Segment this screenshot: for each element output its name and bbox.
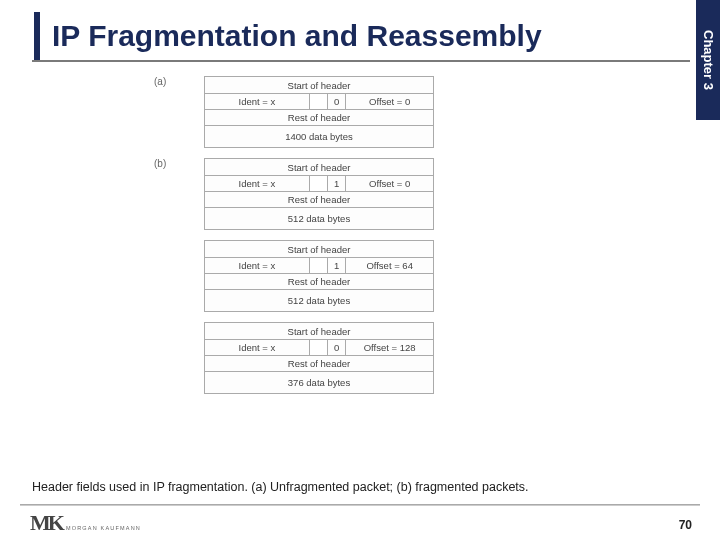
spacer-field bbox=[310, 258, 328, 273]
chapter-label: Chapter 3 bbox=[701, 30, 716, 90]
rest-header: Rest of header bbox=[205, 355, 433, 371]
start-header: Start of header bbox=[205, 323, 433, 339]
ident-field: Ident = x bbox=[205, 176, 310, 191]
offset-field: Offset = 64 bbox=[346, 258, 433, 273]
field-row: Ident = x 1 Offset = 0 bbox=[205, 175, 433, 191]
packet-b2: Start of header Ident = x 1 Offset = 64 … bbox=[150, 240, 570, 312]
ident-field: Ident = x bbox=[205, 94, 310, 109]
packet-a: (a) Start of header Ident = x 0 Offset =… bbox=[150, 76, 570, 148]
title-underline bbox=[32, 60, 690, 62]
logo-mark: MK bbox=[30, 510, 62, 536]
offset-field: Offset = 128 bbox=[346, 340, 433, 355]
packet-a-body: Start of header Ident = x 0 Offset = 0 R… bbox=[204, 76, 434, 148]
title-block: IP Fragmentation and Reassembly bbox=[32, 18, 542, 54]
label-a: (a) bbox=[154, 76, 166, 87]
data-field: 512 data bytes bbox=[205, 289, 433, 311]
flag-field: 1 bbox=[328, 176, 346, 191]
flag-field: 0 bbox=[328, 94, 346, 109]
data-field: 376 data bytes bbox=[205, 371, 433, 393]
rest-header: Rest of header bbox=[205, 191, 433, 207]
rest-header: Rest of header bbox=[205, 273, 433, 289]
publisher-logo: MK MORGAN KAUFMANN bbox=[30, 510, 141, 536]
label-b: (b) bbox=[154, 158, 166, 169]
diagram-area: (a) Start of header Ident = x 0 Offset =… bbox=[150, 76, 570, 404]
packet-b1-body: Start of header Ident = x 1 Offset = 0 R… bbox=[204, 158, 434, 230]
data-field: 1400 data bytes bbox=[205, 125, 433, 147]
spacer-field bbox=[310, 340, 328, 355]
field-row: Ident = x 1 Offset = 64 bbox=[205, 257, 433, 273]
flag-field: 1 bbox=[328, 258, 346, 273]
page-title: IP Fragmentation and Reassembly bbox=[32, 18, 542, 54]
start-header: Start of header bbox=[205, 241, 433, 257]
spacer-field bbox=[310, 94, 328, 109]
packet-b1: (b) Start of header Ident = x 1 Offset =… bbox=[150, 158, 570, 230]
packet-b3: Start of header Ident = x 0 Offset = 128… bbox=[150, 322, 570, 394]
field-row: Ident = x 0 Offset = 0 bbox=[205, 93, 433, 109]
start-header: Start of header bbox=[205, 77, 433, 93]
offset-field: Offset = 0 bbox=[346, 176, 433, 191]
field-row: Ident = x 0 Offset = 128 bbox=[205, 339, 433, 355]
flag-field: 0 bbox=[328, 340, 346, 355]
packet-b3-body: Start of header Ident = x 0 Offset = 128… bbox=[204, 322, 434, 394]
offset-field: Offset = 0 bbox=[346, 94, 433, 109]
figure-caption: Header fields used in IP fragmentation. … bbox=[32, 480, 529, 494]
footer-divider bbox=[20, 504, 700, 506]
rest-header: Rest of header bbox=[205, 109, 433, 125]
ident-field: Ident = x bbox=[205, 340, 310, 355]
chapter-tab: Chapter 3 bbox=[696, 0, 720, 120]
packet-b2-body: Start of header Ident = x 1 Offset = 64 … bbox=[204, 240, 434, 312]
page-number: 70 bbox=[679, 518, 692, 532]
slide: Chapter 3 IP Fragmentation and Reassembl… bbox=[0, 0, 720, 540]
data-field: 512 data bytes bbox=[205, 207, 433, 229]
ident-field: Ident = x bbox=[205, 258, 310, 273]
spacer-field bbox=[310, 176, 328, 191]
start-header: Start of header bbox=[205, 159, 433, 175]
logo-subtext: MORGAN KAUFMANN bbox=[66, 525, 141, 531]
